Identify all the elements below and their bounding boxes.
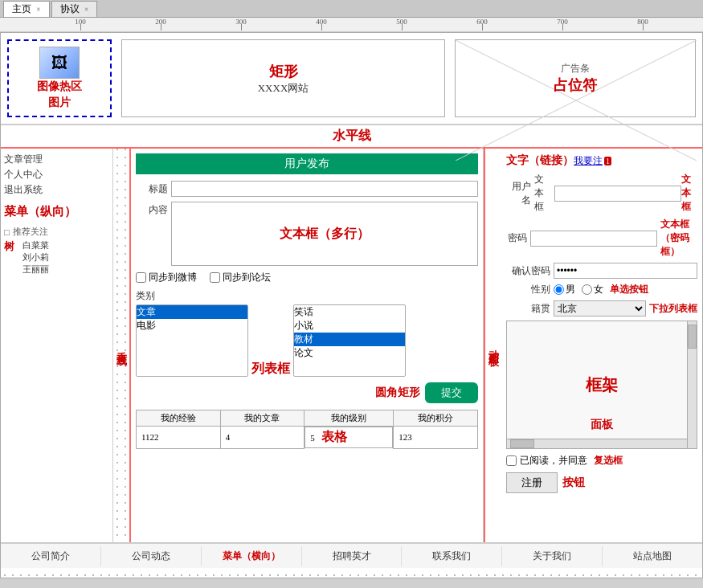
nav-item-recruit[interactable]: 招聘英才 — [302, 546, 403, 566]
vscroll-thumb[interactable] — [688, 325, 697, 349]
nav-menu-h-label: 菜单（横向） — [223, 550, 280, 561]
ad-diagonal-lines — [456, 40, 697, 161]
menu-item-articles[interactable]: 文章管理 — [4, 152, 109, 167]
table-header-points: 我的积分 — [394, 410, 478, 427]
center-panel: 用户发布 标题 内容 文本框（多行） 同步到微博 — [131, 149, 484, 542]
password-input[interactable] — [530, 231, 657, 247]
agree-row: 已阅读，并同意 复选框 — [506, 454, 697, 468]
hscroll-thumb[interactable] — [510, 439, 534, 448]
confirm-label: 确认密码 — [506, 264, 550, 278]
radio-male-input[interactable] — [554, 284, 564, 295]
frame-scrollbar-h[interactable] — [507, 439, 687, 448]
gender-label: 性别 — [506, 283, 550, 296]
password-box-label: 文本框（密码框） — [660, 218, 697, 259]
register-btn-row: 注册 按钮 — [506, 472, 697, 493]
password-row: 密码 文本框（密码框） — [506, 218, 697, 259]
title-input[interactable] — [171, 181, 478, 197]
title-label: 标题 — [136, 182, 168, 196]
nav-item-about[interactable]: 公司简介 — [1, 546, 101, 566]
tab-home-label: 主页 — [12, 2, 31, 16]
single-select-label: 单选按钮 — [610, 283, 648, 296]
table-label: 表格 — [321, 429, 347, 446]
option-thesis[interactable]: 论文 — [294, 346, 405, 360]
table-header-articles: 我的文章 — [220, 410, 304, 427]
ruler-tick-400 — [321, 24, 322, 31]
username-label: 用户名 — [506, 180, 531, 207]
tab-bar: 主页 × 协议 × — [0, 0, 703, 18]
username-input[interactable] — [554, 186, 681, 202]
frame-area: 框架 面板 — [506, 321, 697, 449]
tree-items: 白菜菜 刘小莉 王丽丽 — [16, 239, 49, 276]
agree-checkbox[interactable] — [506, 455, 517, 466]
ruler-tick-700 — [562, 24, 563, 31]
tab-agreement-close[interactable]: × — [84, 5, 89, 14]
radio-female-label: 女 — [594, 283, 603, 296]
tree-item-1[interactable]: 白菜菜 — [22, 239, 49, 251]
tab-home[interactable]: 主页 × — [3, 1, 50, 17]
tree-label: 树 — [4, 239, 14, 254]
tree-item-2[interactable]: 刘小莉 — [22, 251, 49, 263]
site-name: XXXX网站 — [258, 81, 309, 96]
menu-item-profile[interactable]: 个人中心 — [4, 167, 109, 182]
sync-weibo-checkbox[interactable] — [136, 272, 146, 283]
tree-section: □ 推荐关注 树 白菜菜 刘小莉 王丽丽 — [4, 226, 109, 276]
table-row: 1122 4 5表格 123 — [137, 427, 478, 449]
submit-button[interactable]: 提交 — [425, 382, 478, 403]
ruler: 100 200 300 400 500 600 700 800 — [0, 18, 703, 32]
menu-item-logout[interactable]: 退出系统 — [4, 182, 109, 198]
content-textarea[interactable] — [172, 202, 477, 267]
left-panel: 文章管理 个人中心 退出系统 菜单（纵向） □ 推荐关注 树 白菜菜 刘小莉 王… — [1, 149, 113, 542]
menu-vertical-label: 菜单（纵向） — [4, 204, 109, 219]
image-hotspot-label: 图像热区图片 — [37, 79, 82, 110]
nav-item-menu-h[interactable]: 菜单（横向） — [202, 546, 302, 566]
username-row: 用户名 文本框 文本框 — [506, 173, 697, 214]
confirm-input[interactable] — [554, 263, 697, 279]
nav-item-sitemap[interactable]: 站点地图 — [603, 546, 702, 566]
nav-item-about-us[interactable]: 关于我们 — [502, 546, 603, 566]
listbox-label: 列表框 — [251, 361, 290, 378]
category-section: 类别 文章 电影 列表框 笑话 小说 — [136, 289, 478, 378]
sync-forum-item: 同步到论坛 — [210, 271, 271, 284]
option-jokes[interactable]: 笑话 — [294, 305, 405, 319]
bottom-nav: 公司简介 公司动态 菜单（横向） 招聘英才 联系我们 关于我们 站点地图 — [1, 542, 702, 568]
radio-male-label: 男 — [566, 283, 575, 296]
option-article[interactable]: 文章 — [137, 305, 247, 319]
tab-home-close[interactable]: × — [36, 5, 41, 14]
checkboxes-row: 同步到微博 同步到论坛 — [136, 271, 478, 284]
frame-scrollbar-v[interactable] — [687, 321, 697, 448]
nav-item-contact[interactable]: 联系我们 — [402, 546, 502, 566]
data-table: 我的经验 我的文章 我的级别 我的积分 1122 4 5表格 — [136, 410, 478, 449]
listbox-wrapper: 文章 电影 列表框 笑话 小说 教材 论文 — [136, 304, 478, 378]
password-label: 密码 — [506, 231, 527, 245]
option-novel[interactable]: 小说 — [294, 319, 405, 333]
nav-item-news[interactable]: 公司动态 — [101, 546, 202, 566]
region-select[interactable]: 北京 上海 — [554, 300, 646, 316]
table-header-experience: 我的经验 — [137, 410, 221, 427]
listbox-right[interactable]: 笑话 小说 教材 论文 — [293, 304, 406, 377]
cell-experience: 1122 — [137, 427, 221, 449]
sync-weibo-label: 同步到微博 — [149, 271, 197, 284]
ruler-tick-300 — [241, 24, 242, 31]
listbox-left[interactable]: 文章 电影 — [136, 304, 248, 377]
content-row: 内容 文本框（多行） — [136, 202, 478, 266]
register-button[interactable]: 注册 — [506, 472, 558, 493]
ruler-tick-200 — [161, 24, 161, 31]
rectangle-label: 矩形 — [269, 62, 298, 81]
option-movie[interactable]: 电影 — [137, 319, 247, 333]
listbox-left-label: 列表框 — [251, 304, 290, 378]
ruler-tick-100 — [80, 24, 81, 31]
sync-forum-checkbox[interactable] — [210, 272, 220, 283]
radio-female-input[interactable] — [582, 284, 592, 295]
ruler-tick-800 — [643, 24, 644, 31]
ruler-tick-600 — [482, 24, 483, 31]
btn-label: 按钮 — [562, 476, 585, 490]
vertical-line-section: 垂直线 — [113, 149, 131, 542]
radio-male: 男 — [554, 283, 575, 296]
cell-level: 5表格 — [304, 427, 393, 448]
tab-agreement[interactable]: 协议 × — [51, 1, 98, 17]
option-textbook[interactable]: 教材 — [294, 333, 405, 346]
tree-item-3[interactable]: 王丽丽 — [22, 263, 49, 276]
horizontal-line-label: 水平线 — [333, 129, 371, 142]
body-section: 文章管理 个人中心 退出系统 菜单（纵向） □ 推荐关注 树 白菜菜 刘小莉 王… — [1, 149, 702, 542]
user-post-bar: 用户发布 — [136, 153, 478, 174]
